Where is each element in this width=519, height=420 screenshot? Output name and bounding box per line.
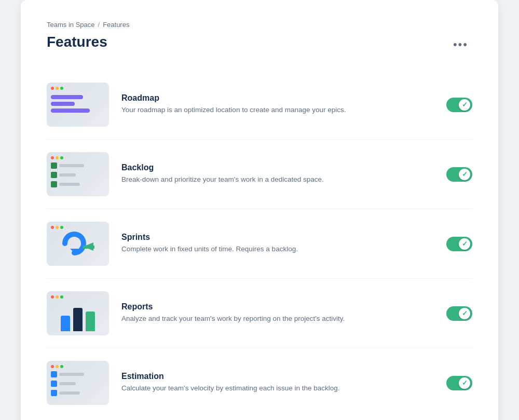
dot-green [60,226,63,229]
backlog-line-2 [59,173,76,177]
toggle-check-icon: ✓ [462,171,468,178]
features-list: Roadmap Your roadmap is an optimized loc… [47,70,472,417]
report-bar-1 [61,316,70,331]
feature-thumbnail-reports [47,291,109,335]
toggle-reports[interactable]: ✓ [446,306,472,321]
roadmap-bar-2 [51,102,75,106]
est-line-1 [59,373,84,376]
feature-info-backlog: Backlog Break-down and prioritize your t… [121,163,434,185]
feature-item-sprints: Sprints Complete work in fixed units of … [47,209,472,279]
est-check-3 [51,390,57,396]
feature-info-roadmap: Roadmap Your roadmap is an optimized loc… [121,93,434,115]
feature-desc-backlog: Break-down and prioritize your team's wo… [121,174,434,185]
dot-red [51,156,54,159]
feature-name-roadmap: Roadmap [121,93,434,103]
roadmap-bar-1 [51,95,83,99]
feature-name-sprints: Sprints [121,233,434,242]
toggle-track-estimation: ✓ [446,376,472,390]
dot-yellow [56,365,59,368]
dot-green [60,87,63,90]
toggle-track-backlog: ✓ [446,167,472,182]
sprints-svg [54,227,101,261]
dot-red [51,226,54,229]
est-check-2 [51,381,57,387]
estimation-row-3 [51,390,105,396]
feature-thumbnail-backlog [47,152,109,196]
feature-name-estimation: Estimation [121,372,434,381]
feature-item-estimation: Estimation Calculate your team's velocit… [47,348,472,417]
feature-info-sprints: Sprints Complete work in fixed units of … [121,233,434,254]
dot-red [51,87,54,90]
toggle-thumb-roadmap: ✓ [459,99,470,111]
backlog-line-3 [59,183,80,186]
estimation-row-2 [51,381,105,387]
dot-yellow [56,226,59,229]
toggle-estimation[interactable]: ✓ [446,376,472,390]
toggle-track-roadmap: ✓ [446,98,472,112]
feature-info-estimation: Estimation Calculate your team's velocit… [121,372,434,394]
page-title: Features [47,34,107,50]
dot-green [60,295,63,299]
backlog-check-3 [51,181,57,187]
toggle-thumb-sprints: ✓ [459,238,470,250]
dot-green [60,156,63,159]
toggle-check-icon: ✓ [462,240,468,247]
feature-name-backlog: Backlog [121,163,434,172]
est-line-2 [59,382,76,385]
feature-name-reports: Reports [121,302,434,311]
feature-desc-estimation: Calculate your team's velocity by estima… [121,383,434,394]
backlog-check-2 [51,172,57,178]
feature-thumbnail-sprints [47,222,109,266]
toggle-sprints[interactable]: ✓ [446,237,472,251]
backlog-row-2 [51,172,105,178]
dot-red [51,295,54,299]
feature-thumbnail-estimation [47,361,109,405]
roadmap-bar-3 [51,109,90,113]
feature-desc-reports: Analyze and track your team's work by re… [121,314,434,324]
backlog-check-1 [51,162,57,169]
toggle-thumb-backlog: ✓ [459,169,470,180]
feature-info-reports: Reports Analyze and track your team's wo… [121,302,434,324]
breadcrumb: Teams in Space / Features [47,21,472,29]
feature-desc-sprints: Complete work in fixed units of time. Re… [121,244,434,254]
toggle-check-icon: ✓ [462,380,468,386]
estimation-row-1 [51,371,105,377]
est-line-3 [59,391,80,395]
dot-yellow [56,156,59,159]
svg-rect-2 [83,246,94,249]
backlog-row-1 [51,162,105,169]
toggle-track-reports: ✓ [446,306,472,321]
feature-item-roadmap: Roadmap Your roadmap is an optimized loc… [47,70,472,140]
feature-item-reports: Reports Analyze and track your team's wo… [47,279,472,348]
toggle-thumb-estimation: ✓ [459,377,470,389]
breadcrumb-parent[interactable]: Teams in Space [47,21,95,29]
dot-red [51,365,54,368]
report-bar-3 [86,311,95,331]
feature-thumbnail-roadmap [47,83,109,127]
feature-item-backlog: Backlog Break-down and prioritize your t… [47,140,472,209]
main-window: Teams in Space / Features Features ••• [21,0,498,420]
dot-green [60,365,63,368]
dot-yellow [56,295,59,299]
toggle-roadmap[interactable]: ✓ [446,98,472,112]
page-header: Features ••• [47,34,472,53]
toggle-check-icon: ✓ [462,310,468,317]
toggle-check-icon: ✓ [462,101,468,108]
toggle-track-sprints: ✓ [446,237,472,251]
backlog-row-3 [51,181,105,187]
toggle-thumb-reports: ✓ [459,308,470,319]
breadcrumb-separator: / [98,21,100,29]
feature-desc-roadmap: Your roadmap is an optimized location to… [121,105,434,115]
more-menu-button[interactable]: ••• [449,36,472,53]
dot-yellow [56,87,59,90]
toggle-backlog[interactable]: ✓ [446,167,472,182]
report-bar-2 [73,308,83,331]
backlog-line-1 [59,164,84,167]
breadcrumb-current: Features [103,21,129,29]
est-check-1 [51,371,57,377]
